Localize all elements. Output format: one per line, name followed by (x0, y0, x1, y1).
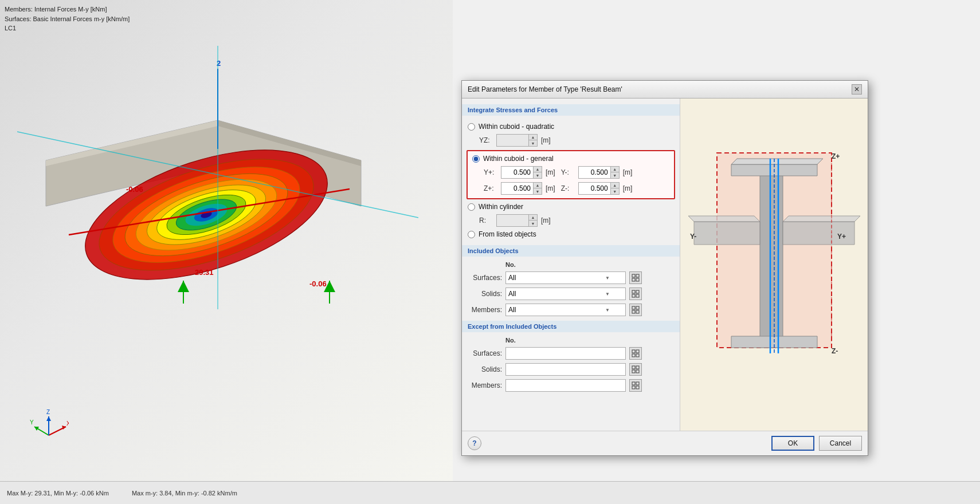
listed-objects-row[interactable]: From listed objects (468, 230, 674, 238)
cancel-button[interactable]: Cancel (819, 436, 862, 451)
svg-rect-50 (636, 290, 639, 293)
svg-text:Y: Y (30, 419, 34, 426)
r-label: R: (479, 216, 493, 225)
close-button[interactable]: ✕ (852, 84, 862, 94)
except-surfaces-row: Surfaces: (468, 347, 674, 360)
zplus-spinbox[interactable]: ▲ ▼ (501, 182, 542, 195)
canvas-area: Members: Internal Forces M-y [kNm] Surfa… (0, 0, 453, 481)
except-surfaces-icon-btn[interactable] (629, 347, 642, 360)
included-members-icon-btn[interactable] (629, 304, 642, 316)
zplus-zminus-row: Z+: ▲ ▼ [m] Z-: (472, 182, 669, 195)
svg-text:-0.06: -0.06 (309, 279, 327, 288)
viewport-info: Members: Internal Forces M-y [kNm] Surfa… (5, 5, 130, 33)
svg-marker-43 (46, 416, 51, 421)
status-max-my2: Max m-y: 3.84, Min m-y: -0.82 kNm/m (132, 490, 237, 497)
yz-unit: [m] (541, 136, 551, 144)
yminus-spinbox[interactable]: ▲ ▼ (578, 166, 620, 179)
svg-rect-54 (636, 306, 639, 309)
yz-input (497, 135, 528, 146)
yminus-preview-label: Y- (690, 233, 696, 241)
cylinder-radio[interactable] (468, 203, 475, 211)
yminus-arrows: ▲ ▼ (610, 167, 619, 178)
r-down-arrow: ▼ (529, 220, 537, 226)
info-line2: Surfaces: Basic Internal Forces m-y [kNm… (5, 14, 130, 24)
cuboid-general-box: Within cuboid - general Y+: ▲ ▼ (467, 150, 675, 199)
yplus-up-arrow[interactable]: ▲ (534, 167, 542, 172)
zminus-up-arrow[interactable]: ▲ (611, 183, 619, 188)
listed-objects-radio[interactable] (468, 231, 475, 238)
included-members-select[interactable]: All (505, 304, 626, 316)
svg-text:-0.06: -0.06 (126, 185, 143, 194)
yz-up-arrow[interactable]: ▲ (529, 135, 537, 140)
yplus-spinbox[interactable]: ▲ ▼ (501, 166, 542, 179)
except-surfaces-label: Surfaces: (468, 349, 502, 357)
yplus-group: Y+: ▲ ▼ [m] (484, 166, 555, 179)
cuboid-quadratic-row[interactable]: Within cuboid - quadratic (468, 123, 674, 131)
yminus-input[interactable] (579, 167, 610, 178)
cylinder-row[interactable]: Within cylinder (468, 203, 674, 211)
svg-rect-57 (632, 350, 635, 353)
svg-marker-78 (688, 216, 760, 222)
svg-rect-55 (632, 310, 635, 313)
except-solids-input[interactable] (505, 363, 626, 376)
zminus-input[interactable] (579, 183, 610, 194)
included-surfaces-label: Surfaces: (468, 274, 502, 282)
except-solids-row: Solids: (468, 363, 674, 376)
included-surfaces-select[interactable]: All (505, 271, 626, 284)
integrate-options: Within cuboid - quadratic YZ: ▲ ▼ [m] (468, 120, 674, 241)
svg-rect-56 (636, 310, 639, 313)
zplus-label: Z+: (484, 184, 497, 192)
cuboid-general-radio[interactable] (472, 155, 480, 163)
svg-rect-58 (636, 350, 639, 353)
r-input (497, 215, 528, 226)
dialog-title: Edit Parameters for Member of Type 'Resu… (468, 85, 622, 93)
svg-rect-67 (632, 386, 635, 389)
included-members-row: Members: All ▼ (468, 304, 674, 316)
yminus-down-arrow[interactable]: ▼ (611, 172, 619, 178)
yplus-down-arrow[interactable]: ▼ (534, 172, 542, 178)
dialog-right-panel: Z+ Z- Y+ Y- (680, 99, 868, 431)
zplus-preview-label: Z+ (832, 152, 840, 160)
zminus-unit: [m] (623, 184, 633, 192)
cuboid-general-row[interactable]: Within cuboid - general (472, 155, 669, 163)
yplus-input[interactable] (501, 167, 533, 178)
r-up-arrow: ▲ (529, 215, 537, 220)
svg-rect-46 (636, 274, 639, 277)
included-solids-icon-btn[interactable] (629, 288, 642, 300)
except-solids-icon-btn[interactable] (629, 363, 642, 376)
svg-rect-64 (636, 370, 639, 373)
help-button[interactable]: ? (468, 436, 481, 450)
except-members-icon-btn[interactable] (629, 379, 642, 392)
svg-marker-71 (760, 164, 783, 348)
zplus-down-arrow[interactable]: ▼ (534, 188, 542, 194)
included-solids-select[interactable]: All (505, 288, 626, 300)
zplus-unit: [m] (546, 184, 555, 192)
svg-marker-76 (783, 216, 860, 222)
included-surfaces-icon-btn[interactable] (629, 271, 642, 284)
r-arrows: ▲ ▼ (528, 215, 537, 226)
included-surfaces-dropdown-wrapper: All ▼ (505, 271, 626, 284)
except-surfaces-input[interactable] (505, 347, 626, 360)
zminus-down-arrow[interactable]: ▼ (611, 188, 619, 194)
zminus-spinbox[interactable]: ▲ ▼ (578, 182, 620, 195)
included-no-label: No. (468, 261, 674, 268)
svg-rect-59 (632, 354, 635, 357)
zplus-input[interactable] (501, 183, 533, 194)
except-members-row: Members: (468, 379, 674, 392)
r-unit: [m] (541, 216, 551, 225)
included-surfaces-row: Surfaces: All ▼ (468, 271, 674, 284)
yz-input-row: YZ: ▲ ▼ [m] (468, 134, 674, 147)
ok-button[interactable]: OK (771, 436, 814, 451)
yz-down-arrow[interactable]: ▼ (529, 140, 537, 146)
except-members-input[interactable] (505, 379, 626, 392)
except-objects-section: No. Surfaces: Solids: (468, 337, 674, 392)
included-objects-section: No. Surfaces: All ▼ Solids (468, 261, 674, 316)
zplus-up-arrow[interactable]: ▲ (534, 183, 542, 188)
yminus-up-arrow[interactable]: ▲ (611, 167, 619, 172)
except-members-label: Members: (468, 381, 502, 389)
yz-spinbox[interactable]: ▲ ▼ (496, 134, 538, 147)
cylinder-label: Within cylinder (479, 203, 523, 211)
cuboid-general-label: Within cuboid - general (483, 155, 554, 163)
svg-marker-77 (694, 222, 760, 245)
cuboid-quadratic-radio[interactable] (468, 123, 475, 131)
